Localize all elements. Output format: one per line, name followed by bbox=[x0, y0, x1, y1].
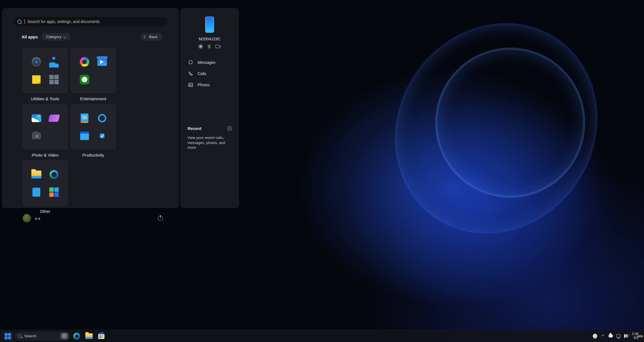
edge-icon bbox=[48, 169, 60, 180]
empty-slot bbox=[97, 74, 108, 85]
search-highlight-icon bbox=[60, 333, 68, 339]
power-button[interactable] bbox=[158, 216, 163, 221]
taskbar-edge[interactable] bbox=[71, 331, 82, 341]
taskbar-file-explorer[interactable] bbox=[83, 331, 95, 341]
messages-icon bbox=[188, 60, 193, 65]
taskbar-search-label: Search bbox=[24, 334, 36, 338]
category-dropdown[interactable]: Category bbox=[42, 33, 70, 40]
category-label: Entertainment bbox=[80, 96, 106, 101]
sticky-notes-icon bbox=[31, 74, 42, 85]
tray-volume-icon[interactable] bbox=[624, 334, 629, 338]
search-region: Search for apps, settings, and documents bbox=[3, 9, 179, 27]
windows-logo-icon bbox=[5, 333, 11, 339]
category-tile bbox=[23, 48, 67, 93]
category-other[interactable]: Other bbox=[23, 161, 67, 214]
movies-tv-icon bbox=[97, 56, 108, 68]
category-utilities-tools[interactable]: Utilities & Tools bbox=[23, 48, 67, 101]
file-explorer-icon bbox=[31, 169, 42, 180]
link-label: Messages bbox=[198, 60, 216, 65]
back-button[interactable]: Back bbox=[141, 33, 162, 40]
cortana-icon bbox=[97, 113, 108, 124]
phone-link-photos[interactable]: Photos bbox=[186, 80, 233, 90]
chevron-up-icon bbox=[601, 334, 604, 338]
feedback-hub-icon bbox=[48, 56, 60, 68]
svg-rect-0 bbox=[216, 45, 220, 48]
settings-icon bbox=[31, 56, 42, 68]
phone-companion-panel: M2004J19C Messages Calls Photos bbox=[181, 8, 239, 208]
phone-link-calls[interactable]: Calls bbox=[186, 69, 233, 78]
avatar bbox=[23, 214, 31, 222]
svg-point-2 bbox=[189, 61, 193, 64]
svg-point-4 bbox=[190, 84, 191, 85]
calls-icon bbox=[188, 71, 193, 76]
chevron-down-icon bbox=[63, 35, 67, 38]
svg-rect-1 bbox=[220, 46, 221, 47]
paint-icon bbox=[79, 56, 90, 68]
start-header: All apps Category Back bbox=[3, 27, 179, 40]
category-photo-video[interactable]: Photo & Video bbox=[23, 104, 67, 157]
start-button[interactable] bbox=[2, 331, 13, 341]
recent-title: Recent bbox=[188, 126, 202, 131]
category-tile bbox=[71, 104, 116, 149]
phone-status-row bbox=[198, 44, 221, 49]
chevron-left-icon bbox=[144, 35, 147, 38]
taskbar-left: Search bbox=[2, 331, 107, 341]
tray-onedrive-icon[interactable] bbox=[608, 334, 613, 338]
taskbar-right: 2:08 9/1 bbox=[593, 332, 642, 340]
back-label: Back bbox=[149, 35, 158, 39]
category-label: Photo & Video bbox=[32, 153, 58, 157]
category-label: Utilities & Tools bbox=[31, 96, 59, 101]
file-explorer-icon bbox=[85, 333, 93, 339]
category-tile bbox=[23, 161, 67, 206]
misc-apps-icon bbox=[48, 187, 60, 198]
category-grid: Utilities & Tools Entertainment Photo & … bbox=[3, 40, 179, 214]
header-left: All apps Category bbox=[22, 33, 70, 40]
phone-device-icon[interactable] bbox=[205, 17, 214, 33]
category-tile bbox=[23, 104, 67, 149]
photos-icon bbox=[31, 113, 42, 124]
tray-weather-icon[interactable] bbox=[593, 334, 597, 338]
text-cursor bbox=[24, 19, 25, 24]
recent-block: Recent View your recent calls, messages,… bbox=[186, 126, 233, 150]
power-icon bbox=[158, 216, 163, 221]
category-productivity[interactable]: Productivity bbox=[71, 104, 116, 157]
search-icon bbox=[17, 20, 22, 24]
battery-icon bbox=[215, 45, 221, 48]
calendar-icon bbox=[79, 130, 90, 141]
link-label: Calls bbox=[198, 71, 206, 76]
xbox-icon bbox=[79, 74, 90, 85]
user-button[interactable]: a a bbox=[23, 214, 40, 222]
recent-description: View your recent calls, messages, photos… bbox=[188, 135, 232, 150]
notepad-alt-icon bbox=[31, 187, 42, 198]
search-icon bbox=[18, 334, 22, 338]
search-input[interactable]: Search for apps, settings, and documents bbox=[13, 17, 168, 27]
recent-settings-button[interactable] bbox=[228, 126, 232, 131]
disconnected-icon bbox=[198, 44, 203, 49]
all-apps-title: All apps bbox=[22, 34, 38, 39]
category-label: Category bbox=[46, 35, 61, 39]
taskbar: Search 2:08 9/1 bbox=[0, 330, 644, 342]
todo-icon bbox=[97, 130, 108, 141]
notepad-icon bbox=[79, 113, 90, 124]
category-entertainment[interactable]: Entertainment bbox=[71, 48, 116, 101]
photos-link-icon bbox=[188, 82, 193, 87]
taskbar-search[interactable]: Search bbox=[15, 332, 70, 341]
category-label: Other bbox=[40, 209, 50, 214]
camera-icon bbox=[31, 130, 42, 141]
tools-folder-icon bbox=[48, 74, 60, 85]
link-label: Photos bbox=[198, 83, 210, 87]
bluetooth-icon bbox=[207, 44, 211, 49]
phone-device-name: M2004J19C bbox=[199, 37, 221, 41]
edge-icon bbox=[73, 333, 80, 339]
phone-link-messages[interactable]: Messages bbox=[186, 58, 233, 67]
tray-overflow-button[interactable] bbox=[601, 334, 605, 338]
start-footer: a a bbox=[3, 214, 179, 222]
taskbar-store[interactable] bbox=[96, 331, 107, 341]
microsoft-store-icon bbox=[98, 333, 104, 339]
tray-display-icon[interactable] bbox=[616, 334, 621, 338]
recent-header: Recent bbox=[188, 126, 232, 131]
start-menu-panel: Search for apps, settings, and documents… bbox=[2, 8, 179, 208]
empty-slot bbox=[48, 130, 60, 141]
search-placeholder: Search for apps, settings, and documents bbox=[27, 19, 100, 24]
category-label: Productivity bbox=[82, 153, 104, 157]
